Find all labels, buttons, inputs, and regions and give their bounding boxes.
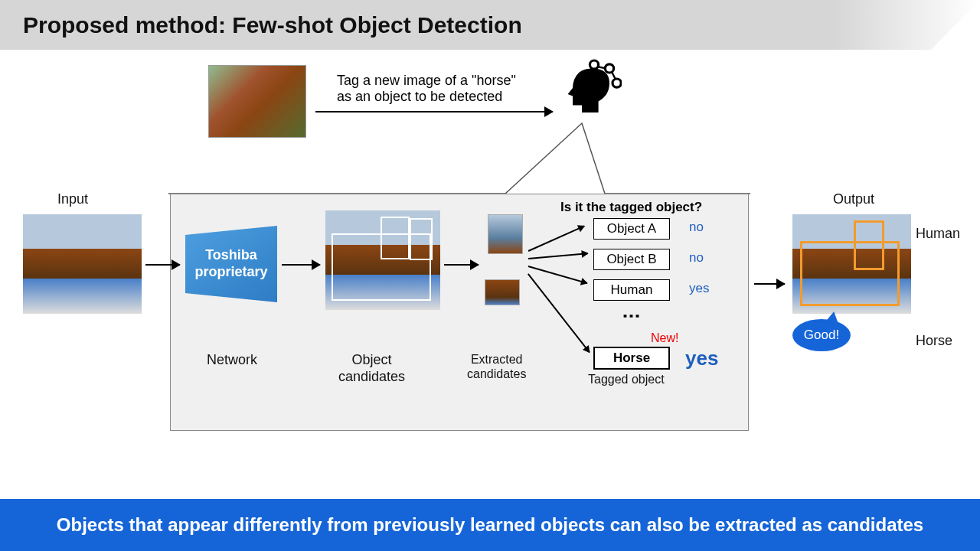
output-human-label: Human [916, 226, 960, 242]
answer-horse: yes [685, 347, 718, 370]
tag-caption: Tag a new image of a "horse" as an objec… [337, 73, 551, 105]
arrow-to-output [754, 283, 785, 285]
extracted-crop-rider [488, 214, 523, 254]
ai-head-icon [560, 57, 622, 119]
arrow-network-candidates [282, 264, 320, 266]
candidate-object-a: Object A [593, 218, 670, 240]
footer-banner: Objects that appear differently from pre… [0, 499, 980, 551]
extracted-label: Extracted candidates [467, 352, 526, 381]
vertical-dots-icon: ⋮ [627, 307, 636, 325]
output-horse-label: Horse [916, 333, 952, 349]
output-image [792, 214, 911, 314]
candidate-object-b: Object B [593, 249, 670, 270]
input-label: Input [57, 191, 88, 207]
arrow-input-network [145, 264, 180, 266]
arrow-reference-to-ai [315, 111, 553, 112]
candidate-human: Human [593, 279, 670, 301]
output-label: Output [833, 191, 874, 207]
candidate-horse: Horse [593, 347, 670, 370]
callout-outline [168, 117, 750, 201]
tagged-object-label: Tagged object [588, 373, 665, 386]
answer-human: yes [689, 281, 709, 296]
svg-line-4 [612, 72, 616, 80]
good-bubble: Good! [792, 319, 851, 351]
question-text: Is it the tagged object? [560, 200, 702, 215]
arrow-candidates-extracted [444, 264, 479, 266]
extracted-crop-horse [485, 279, 520, 305]
network-trapezoid: Toshiba proprietary [185, 226, 277, 302]
answer-b: no [689, 250, 704, 266]
svg-point-0 [590, 60, 598, 69]
diagram-stage: Tag a new image of a "horse" as an objec… [0, 50, 980, 463]
network-label: Network [207, 352, 257, 368]
new-flag: New! [651, 331, 678, 345]
svg-point-1 [605, 64, 613, 73]
svg-point-2 [612, 79, 621, 87]
candidates-image [325, 210, 440, 310]
candidates-label: Object candidates [338, 352, 405, 385]
input-image [23, 214, 142, 314]
title-bar: Proposed method: Few-shot Object Detecti… [0, 0, 980, 50]
page-title: Proposed method: Few-shot Object Detecti… [23, 12, 522, 38]
answer-a: no [689, 220, 704, 235]
svg-line-5 [591, 68, 593, 76]
